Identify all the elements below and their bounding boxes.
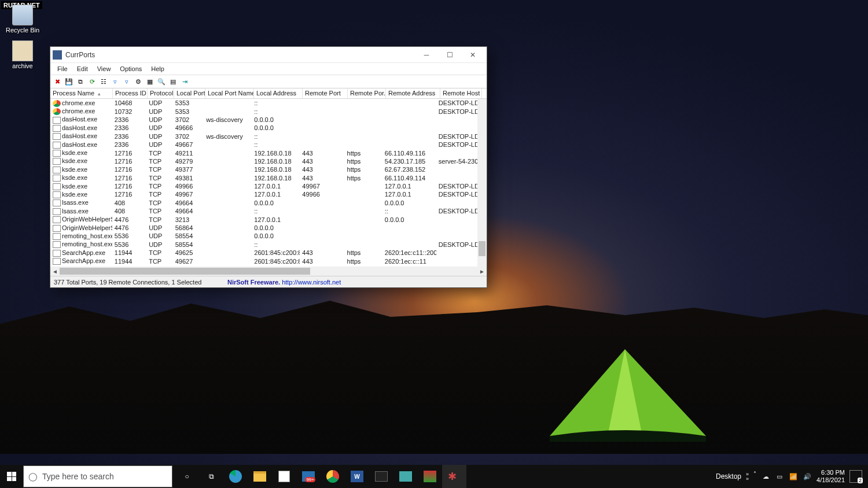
app-misc2[interactable] (418, 465, 442, 488)
taskbar-search[interactable]: ◯ Type here to search (23, 465, 172, 487)
table-row[interactable]: SearchApp.exe11944TCP496272601:845:c200:… (50, 257, 477, 265)
toolbar-report-icon[interactable]: ▤ (168, 77, 178, 86)
menu-options[interactable]: Options (115, 64, 146, 73)
table-row[interactable]: remoting_host.exe5536UDP585540.0.0.0 (50, 232, 477, 240)
app-mail[interactable]: 99+ (296, 465, 321, 488)
recycle-bin-icon (12, 5, 33, 25)
minimize-button[interactable]: ─ (415, 47, 438, 62)
battery-icon[interactable]: ▭ (775, 472, 784, 481)
onedrive-icon[interactable]: ☁ (761, 472, 770, 481)
toolbar-copy-icon[interactable]: ⧉ (76, 77, 85, 86)
search-icon: ◯ (24, 472, 42, 481)
toolbar-filter1-icon[interactable]: ▿ (111, 77, 120, 86)
vertical-scrollbar[interactable] (477, 99, 487, 267)
taskbar-clock[interactable]: 6:30 PM 4/18/2021 (816, 469, 845, 484)
menu-help[interactable]: Help (146, 64, 169, 73)
col-remote-port[interactable]: Remote Port (303, 88, 348, 98)
col-remote-host[interactable]: Remote Host Na ˄ (440, 88, 482, 98)
app-chrome[interactable] (321, 465, 345, 488)
app-store[interactable] (272, 465, 296, 488)
app-misc3[interactable]: ✱ (442, 465, 466, 488)
col-local-address[interactable]: Local Address (254, 88, 303, 98)
app-terminal[interactable] (369, 465, 393, 488)
table-row[interactable]: chrome.exe10732UDP5353::DESKTOP-LD7Q1 (50, 107, 477, 115)
table-row[interactable]: remoting_host.exe5536UDP58554::DESKTOP-L… (50, 241, 477, 249)
taskbar-apps: ○ ⧉ 99+ W ✱ (175, 465, 466, 488)
table-row[interactable]: ksde.exe12716TCP49211192.168.0.18443http… (50, 149, 477, 157)
desktop-icon-archive[interactable]: archive (2, 40, 43, 69)
nirsoft-link[interactable]: http://www.nirsoft.net (282, 279, 341, 286)
titlebar[interactable]: CurrPorts ─ ☐ ✕ (50, 47, 487, 63)
hscroll-left-icon[interactable]: ◄ (50, 268, 60, 275)
toolbar-filter2-icon[interactable]: ▿ (122, 77, 131, 86)
horizontal-scrollbar[interactable]: ◄ ► (50, 267, 487, 276)
process-icon (53, 117, 61, 124)
tray-overflow-icon[interactable]: ˄ (753, 471, 756, 477)
col-protocol[interactable]: Protocol (148, 88, 174, 98)
toolbar-save-icon[interactable]: 💾 (64, 77, 73, 86)
toolbar-close-icon[interactable]: ✖ (53, 77, 62, 86)
table-row[interactable]: ksde.exe12716TCP49967127.0.0.149966127.0… (50, 190, 477, 198)
col-remote-address[interactable]: Remote Address (386, 88, 440, 98)
table-row[interactable]: lsass.exe408TCP49664::::DESKTOP-LD7Q1 (50, 207, 477, 215)
table-row[interactable]: SearchApp.exe11944TCP496252601:845:c200:… (50, 249, 477, 257)
table-row[interactable]: ksde.exe12716TCP49381192.168.0.18443http… (50, 174, 477, 182)
menu-file[interactable]: File (53, 64, 72, 73)
col-process-name[interactable]: Process Name ▴ (50, 88, 113, 98)
currports-window: CurrPorts ─ ☐ ✕ File Edit View Options H… (50, 46, 487, 288)
app-explorer[interactable] (248, 465, 272, 488)
table-row[interactable]: ksde.exe12716TCP49279192.168.0.18443http… (50, 157, 477, 165)
task-view-button[interactable]: ⧉ (199, 465, 223, 488)
toolbar-refresh-icon[interactable]: ⟳ (87, 77, 97, 86)
app-edge[interactable] (223, 465, 248, 488)
desktop-icon-recycle-bin[interactable]: Recycle Bin (2, 5, 43, 34)
process-icon (53, 208, 61, 215)
status-summary: 377 Total Ports, 19 Remote Connections, … (54, 279, 227, 286)
table-row[interactable]: dasHost.exe2336UDP3702ws-discovery::DESK… (50, 132, 477, 141)
table-row[interactable]: chrome.exe10468UDP5353::DESKTOP-LD7Q1 (50, 99, 477, 107)
action-center-button[interactable]: 2 (849, 470, 862, 483)
status-credits: NirSoft Freeware. http://www.nirsoft.net (227, 279, 483, 286)
desktop-toolbar-chevrons[interactable]: »» (746, 472, 749, 481)
table-row[interactable]: ksde.exe12716TCP49377192.168.0.18443http… (50, 165, 477, 173)
maximize-button[interactable]: ☐ (438, 47, 461, 62)
window-title: CurrPorts (65, 51, 415, 59)
desktop-toolbar-label[interactable]: Desktop (716, 472, 741, 480)
toolbar-options-icon[interactable]: ⚙ (134, 77, 143, 86)
table-row[interactable]: dasHost.exe2336UDP496660.0.0.0 (50, 124, 477, 132)
col-remote-port-name[interactable]: Remote Por... (348, 88, 386, 98)
menu-view[interactable]: View (93, 64, 116, 73)
toolbar-find-icon[interactable]: 🔍 (157, 77, 166, 86)
cortana-button[interactable]: ○ (175, 465, 199, 488)
col-local-port-name[interactable]: Local Port Name (205, 88, 254, 98)
table-row[interactable]: dasHost.exe2336UDP3702ws-discovery0.0.0.… (50, 116, 477, 124)
app-icon (53, 50, 62, 60)
start-button[interactable] (0, 465, 23, 488)
archive-label: archive (2, 62, 43, 69)
toolbar-exit-icon[interactable]: ⇥ (180, 77, 189, 86)
table-row[interactable]: ksde.exe12716TCP49966127.0.0.149967127.0… (50, 182, 477, 190)
hscroll-right-icon[interactable]: ► (477, 268, 487, 275)
table-row[interactable]: dasHost.exe2336UDP49667::DESKTOP-LD7Q1 (50, 141, 477, 149)
process-icon (53, 167, 61, 173)
wifi-icon[interactable]: 📶 (789, 472, 798, 481)
app-misc1[interactable] (393, 465, 418, 488)
wallpaper-tent (532, 338, 718, 442)
grid-body[interactable]: chrome.exe10468UDP5353::DESKTOP-LD7Q1chr… (50, 99, 477, 267)
wallpaper-mountains (0, 301, 868, 454)
table-row[interactable]: OriginWebHelperSer...4476UDP568640.0.0.0 (50, 224, 477, 232)
table-row[interactable]: OriginWebHelperSer...4476TCP3213127.0.0.… (50, 215, 477, 223)
process-icon (53, 133, 61, 140)
app-word[interactable]: W (345, 465, 369, 488)
hscroll-thumb[interactable] (60, 268, 310, 275)
volume-icon[interactable]: 🔊 (803, 472, 812, 481)
col-process-id[interactable]: Process ID (113, 88, 148, 98)
menu-edit[interactable]: Edit (72, 64, 93, 73)
toolbar-process-icon[interactable]: ▦ (145, 77, 155, 86)
close-button[interactable]: ✕ (461, 47, 484, 62)
vscroll-thumb[interactable] (479, 241, 486, 256)
col-local-port[interactable]: Local Port (174, 88, 205, 98)
toolbar-properties-icon[interactable]: ☷ (99, 77, 108, 86)
table-row[interactable]: lsass.exe408TCP496640.0.0.00.0.0.0 (50, 199, 477, 207)
process-icon (53, 233, 61, 240)
